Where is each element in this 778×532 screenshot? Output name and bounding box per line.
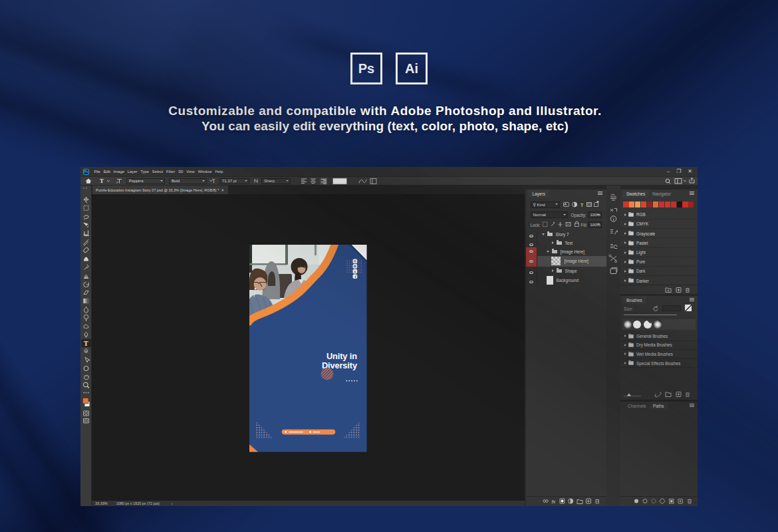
svg-text:T: T [84, 340, 88, 347]
svg-text:T: T [581, 203, 584, 207]
svg-text:T: T [100, 178, 104, 184]
svg-text:fx: fx [551, 499, 555, 505]
svg-text:T: T [212, 178, 215, 184]
svg-text:Unity in: Unity in [326, 351, 357, 361]
